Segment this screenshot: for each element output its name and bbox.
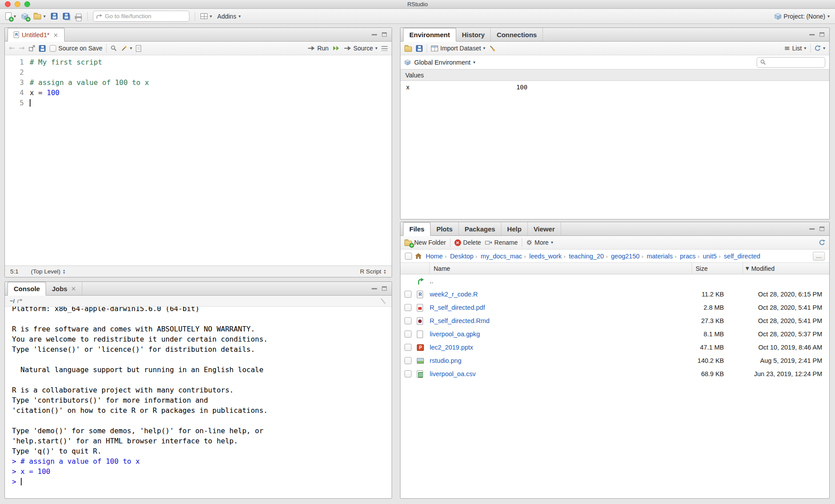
minimize-pane-button[interactable] bbox=[371, 31, 377, 38]
checkbox[interactable] bbox=[50, 45, 56, 52]
parent-directory-row[interactable]: .. bbox=[400, 274, 829, 288]
code-editor[interactable]: 1 2 3 4 5 # My first script # assign a v… bbox=[5, 55, 392, 265]
run-button[interactable]: Run bbox=[308, 45, 329, 52]
minimize-pane-button[interactable] bbox=[808, 31, 815, 38]
breadcrumb-item[interactable]: leeds_work bbox=[524, 253, 562, 260]
code-tools-button[interactable]: ▾ bbox=[121, 45, 132, 52]
rename-button[interactable]: Rename bbox=[485, 239, 518, 246]
close-icon[interactable]: × bbox=[71, 285, 76, 292]
breadcrumb-item[interactable]: Home bbox=[426, 253, 443, 260]
clear-environment-button[interactable] bbox=[489, 45, 496, 52]
list-view-button[interactable]: ≡ List ▾ bbox=[784, 45, 806, 52]
tab-untitled1[interactable]: Untitled1* × bbox=[8, 28, 65, 42]
document-outline-button[interactable] bbox=[381, 46, 388, 51]
maximize-pane-button[interactable] bbox=[381, 285, 388, 292]
tab-plots[interactable]: Plots bbox=[431, 222, 459, 235]
file-link[interactable]: week2_r_code.R bbox=[430, 291, 692, 298]
tab-history[interactable]: History bbox=[456, 28, 491, 41]
environment-search-input[interactable] bbox=[768, 59, 822, 65]
save-workspace-button[interactable] bbox=[416, 45, 423, 52]
environment-scope-selector[interactable]: Global Environment ▾ bbox=[414, 59, 475, 66]
filetype-selector[interactable]: R Script bbox=[360, 268, 386, 275]
checkbox[interactable] bbox=[404, 317, 412, 324]
breadcrumb-item[interactable]: unit5 bbox=[697, 253, 717, 260]
zoom-window-button[interactable] bbox=[24, 1, 30, 7]
refresh-environment-button[interactable]: ▾ bbox=[815, 45, 825, 51]
load-workspace-button[interactable] bbox=[404, 45, 412, 52]
pane-layout-button[interactable]: ▾ bbox=[200, 13, 212, 19]
print-button[interactable] bbox=[75, 13, 82, 19]
checkbox[interactable] bbox=[404, 331, 412, 338]
tab-files[interactable]: Files bbox=[403, 222, 431, 236]
save-all-button[interactable] bbox=[63, 13, 69, 19]
breadcrumb-item[interactable]: geog2150 bbox=[606, 253, 640, 260]
file-link[interactable]: lec2_2019.pptx bbox=[430, 344, 692, 351]
breadcrumb-item[interactable]: self_directed bbox=[719, 253, 760, 260]
find-replace-button[interactable] bbox=[111, 45, 117, 51]
file-row[interactable]: liverpool_oa.gpkg 8.1 MB Oct 28, 2020, 5… bbox=[400, 327, 829, 341]
source-button[interactable]: Source ▾ bbox=[344, 45, 377, 52]
more-button[interactable]: More ▾ bbox=[526, 239, 553, 246]
maximize-pane-button[interactable] bbox=[381, 31, 388, 38]
file-row[interactable]: week2_r_code.R 11.2 KB Oct 28, 2020, 6:1… bbox=[400, 288, 829, 301]
tab-viewer[interactable]: Viewer bbox=[528, 222, 561, 235]
file-row[interactable]: lec2_2019.pptx 47.1 MB Oct 10, 2019, 8:4… bbox=[400, 341, 829, 354]
tab-help[interactable]: Help bbox=[501, 222, 528, 235]
scope-selector[interactable]: (Top Level) bbox=[31, 268, 65, 275]
close-window-button[interactable] bbox=[5, 1, 11, 7]
tab-environment[interactable]: Environment bbox=[403, 28, 456, 42]
maximize-pane-button[interactable] bbox=[819, 226, 825, 232]
minimize-window-button[interactable] bbox=[15, 1, 20, 7]
open-file-button[interactable]: ▾ bbox=[34, 13, 46, 19]
checkbox[interactable] bbox=[404, 291, 412, 298]
popout-button[interactable] bbox=[29, 45, 35, 51]
breadcrumb-item[interactable]: Desktop bbox=[445, 253, 473, 260]
environment-variable-row[interactable]: x 100 bbox=[400, 81, 829, 93]
tab-connections[interactable]: Connections bbox=[491, 28, 543, 41]
checkbox[interactable] bbox=[404, 370, 412, 377]
file-link[interactable]: liverpool_oa.csv bbox=[430, 370, 692, 377]
addins-button[interactable]: Addins ▾ bbox=[217, 13, 241, 20]
code-area[interactable]: # My first script # assign a value of 10… bbox=[30, 55, 392, 265]
minimize-pane-button[interactable] bbox=[371, 285, 377, 292]
environment-search-box[interactable] bbox=[757, 57, 825, 68]
file-link[interactable]: R_self_directed.Rmd bbox=[430, 317, 692, 324]
console-prompt-line[interactable]: > bbox=[12, 477, 392, 487]
file-link[interactable]: R_self_directed.pdf bbox=[430, 304, 692, 311]
tab-console[interactable]: Console bbox=[8, 282, 46, 296]
tab-jobs[interactable]: Jobs × bbox=[46, 282, 82, 295]
file-link[interactable]: liverpool_oa.gpkg bbox=[430, 331, 692, 338]
checkbox[interactable] bbox=[404, 344, 412, 351]
breadcrumb-item[interactable]: pracs bbox=[674, 253, 696, 260]
file-link[interactable]: rstudio.png bbox=[430, 357, 692, 364]
minimize-pane-button[interactable] bbox=[808, 226, 815, 232]
goto-directory-icon[interactable] bbox=[17, 299, 23, 304]
column-size[interactable]: Size bbox=[692, 263, 743, 274]
breadcrumb-item[interactable]: teaching_20 bbox=[563, 253, 604, 260]
refresh-files-button[interactable] bbox=[819, 239, 825, 246]
ellipsis-button[interactable]: … bbox=[813, 252, 825, 261]
new-folder-button[interactable]: + New Folder bbox=[404, 239, 446, 246]
file-row[interactable]: rstudio.png 140.2 KB Aug 5, 2019, 2:41 P… bbox=[400, 354, 829, 367]
breadcrumb-item[interactable]: my_docs_mac bbox=[475, 253, 522, 260]
column-name[interactable]: Name bbox=[430, 265, 692, 272]
checkbox[interactable] bbox=[404, 304, 412, 311]
save-button[interactable] bbox=[51, 13, 58, 19]
file-row[interactable]: liverpool_oa.csv 68.9 KB Jun 23, 2019, 1… bbox=[400, 367, 829, 381]
new-file-button[interactable]: + ▾ bbox=[5, 12, 16, 20]
goto-file-function-box[interactable] bbox=[93, 11, 189, 22]
breadcrumb-item[interactable]: materials bbox=[641, 253, 673, 260]
source-on-save-toggle[interactable]: Source on Save bbox=[50, 45, 103, 52]
file-row[interactable]: R_self_directed.pdf 2.8 MB Oct 28, 2020,… bbox=[400, 301, 829, 314]
select-all-checkbox[interactable] bbox=[405, 253, 412, 260]
file-row[interactable]: R_self_directed.Rmd 27.3 KB Oct 28, 2020… bbox=[400, 314, 829, 327]
rerun-button[interactable] bbox=[333, 46, 340, 51]
save-button[interactable] bbox=[39, 45, 46, 52]
close-icon[interactable]: × bbox=[53, 31, 58, 38]
import-dataset-button[interactable]: Import Dataset ▾ bbox=[431, 45, 485, 52]
file-link[interactable]: .. bbox=[430, 277, 692, 285]
forward-icon[interactable]: → bbox=[19, 45, 24, 52]
maximize-pane-button[interactable] bbox=[819, 31, 825, 38]
column-modified[interactable]: ▼ Modified bbox=[743, 263, 829, 274]
delete-button[interactable]: Delete bbox=[454, 239, 481, 246]
